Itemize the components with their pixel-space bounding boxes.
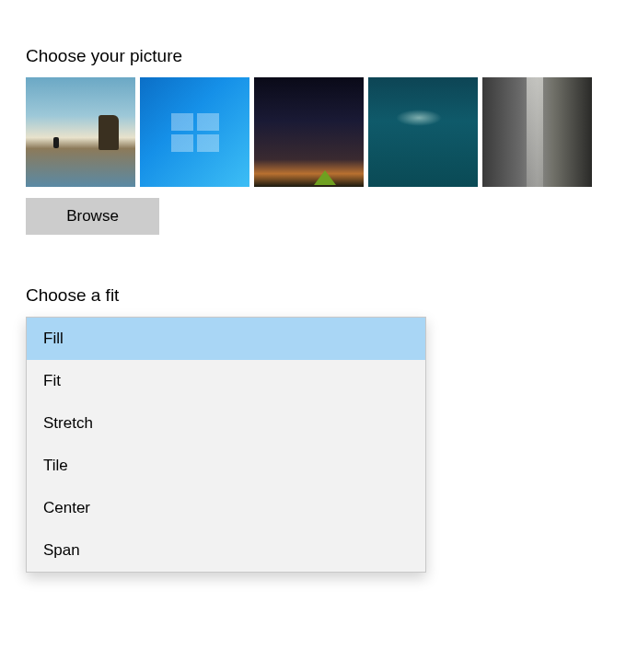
fit-option-tile[interactable]: Tile xyxy=(27,445,425,487)
choose-picture-section: Choose your picture Browse xyxy=(26,46,600,235)
picture-thumb-windows[interactable] xyxy=(140,77,249,187)
choose-fit-section: Choose a fit Fill Fit Stretch Tile Cente… xyxy=(26,285,600,573)
picture-thumb-night[interactable] xyxy=(254,77,364,187)
browse-button[interactable]: Browse xyxy=(26,198,159,235)
picture-thumb-beach[interactable] xyxy=(26,77,135,187)
fit-option-span[interactable]: Span xyxy=(27,529,425,572)
fit-option-fit[interactable]: Fit xyxy=(27,360,425,402)
picture-thumb-rock[interactable] xyxy=(482,77,592,187)
fit-option-center[interactable]: Center xyxy=(27,487,425,529)
fit-option-fill[interactable]: Fill xyxy=(27,318,425,360)
choose-picture-label: Choose your picture xyxy=(26,46,600,66)
choose-fit-label: Choose a fit xyxy=(26,285,600,306)
picture-thumbnails xyxy=(26,77,600,187)
picture-thumb-underwater[interactable] xyxy=(368,77,478,187)
fit-option-stretch[interactable]: Stretch xyxy=(27,402,425,445)
fit-dropdown[interactable]: Fill Fit Stretch Tile Center Span xyxy=(26,317,426,573)
